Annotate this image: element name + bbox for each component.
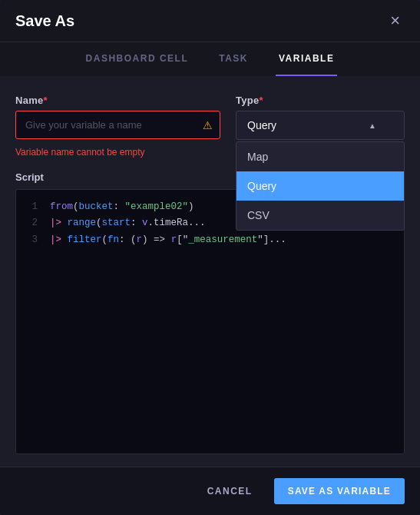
type-label: Type* xyxy=(236,95,405,106)
save-as-modal: Save As × DASHBOARD CELL TASK VARIABLE N… xyxy=(0,0,420,515)
name-label: Name* xyxy=(15,95,220,106)
line-content-3: |> filter(fn: (r) => r["_measurement"]..… xyxy=(50,232,286,248)
name-input-wrapper: ⚠ xyxy=(15,111,220,139)
form-row: Name* ⚠ Variable name cannot be empty Ty… xyxy=(15,95,405,158)
type-selected-value: Query xyxy=(247,119,276,131)
type-select-wrapper: Query ▲ Map Query CSV xyxy=(236,111,405,140)
tab-variable[interactable]: VARIABLE xyxy=(276,42,337,76)
tab-task[interactable]: TASK xyxy=(216,42,251,76)
warning-icon: ⚠ xyxy=(203,119,213,131)
modal-body: Name* ⚠ Variable name cannot be empty Ty… xyxy=(0,76,420,467)
dropdown-item-map[interactable]: Map xyxy=(236,142,404,171)
line-number-2: 2 xyxy=(25,215,38,231)
dropdown-item-csv[interactable]: CSV xyxy=(236,201,404,230)
name-group: Name* ⚠ Variable name cannot be empty xyxy=(15,95,220,158)
type-group: Type* Query ▲ Map Query CSV xyxy=(236,95,405,158)
chevron-up-icon: ▲ xyxy=(369,121,376,130)
type-select-display[interactable]: Query ▲ xyxy=(236,111,405,140)
name-error-message: Variable name cannot be empty xyxy=(15,147,220,158)
close-button[interactable]: × xyxy=(385,11,405,31)
tab-dashboard-cell[interactable]: DASHBOARD CELL xyxy=(83,42,192,76)
type-dropdown-menu: Map Query CSV xyxy=(236,141,405,231)
name-input[interactable] xyxy=(15,111,220,139)
tab-bar: DASHBOARD CELL TASK VARIABLE xyxy=(0,42,420,76)
line-number-1: 1 xyxy=(25,199,38,215)
dropdown-item-query[interactable]: Query xyxy=(236,171,404,201)
modal-title: Save As xyxy=(15,12,74,30)
modal-header: Save As × xyxy=(0,0,420,42)
save-as-variable-button[interactable]: SAVE AS VARIABLE xyxy=(274,478,405,504)
code-line-3: 3 |> filter(fn: (r) => r["_measurement"]… xyxy=(25,232,395,248)
modal-footer: CANCEL SAVE AS VARIABLE xyxy=(0,467,420,515)
line-number-3: 3 xyxy=(25,232,38,248)
cancel-button[interactable]: CANCEL xyxy=(195,478,265,504)
line-content-2: |> range(start: v.timeRa... xyxy=(50,215,206,231)
line-content-1: from(bucket: "example02") xyxy=(50,199,194,215)
